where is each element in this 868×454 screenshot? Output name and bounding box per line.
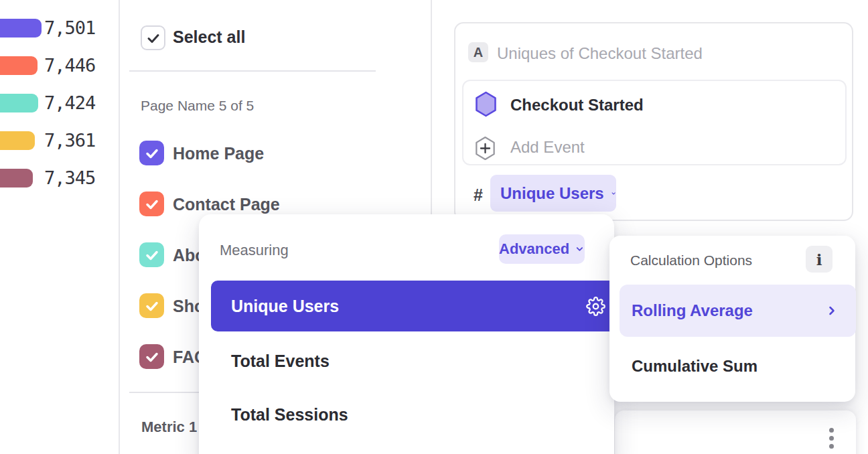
legend-value: 7,424 — [44, 94, 95, 112]
add-event-label[interactable]: Add Event — [510, 138, 585, 157]
legend-swatch-bar — [0, 169, 33, 187]
metric-type-symbol: # — [474, 185, 483, 205]
checkbox-home-page[interactable] — [139, 141, 164, 165]
event-name[interactable]: Checkout Started — [510, 96, 644, 115]
checkbox-faq-page[interactable] — [139, 344, 164, 369]
menu-option-label: Unique Users — [231, 297, 339, 316]
select-all-checkbox[interactable] — [141, 25, 165, 50]
group-by-label: Page Name 5 of 5 — [141, 98, 254, 114]
checkbox-shop-page[interactable] — [139, 293, 164, 318]
select-all-label[interactable]: Select all — [173, 27, 245, 47]
calc-option-label: Rolling Average — [632, 301, 753, 320]
chevron-down-icon — [611, 187, 616, 200]
checkbox-label[interactable]: Home Page — [173, 144, 264, 163]
checkbox-about-page[interactable] — [139, 242, 164, 267]
legend-value: 7,345 — [44, 169, 95, 187]
legend-value: 7,361 — [44, 131, 95, 150]
legend-value: 7,501 — [44, 19, 95, 37]
chevron-down-icon — [575, 243, 585, 255]
menu-option-total-events[interactable]: Total Events — [231, 352, 330, 371]
panel-divider-left — [119, 0, 120, 454]
analytics-app: 7,501 7,446 7,424 7,361 7,345 Select all… — [0, 0, 868, 454]
legend-swatch-bar — [0, 94, 38, 112]
event-hexagon-icon — [475, 91, 497, 117]
measuring-menu-title: Measuring — [220, 242, 289, 259]
advanced-dropdown[interactable]: Advanced — [499, 234, 585, 264]
checkbox-label[interactable]: Contact Page — [173, 195, 280, 214]
calculation-options-menu: Calculation Options i Rolling Average Cu… — [609, 236, 855, 402]
section-divider — [129, 70, 376, 72]
menu-option-total-sessions[interactable]: Total Sessions — [231, 405, 348, 425]
chevron-right-icon — [825, 304, 839, 317]
measurement-value: Unique Users — [500, 184, 604, 203]
check-icon — [144, 298, 160, 314]
legend-swatch-bar — [0, 19, 42, 37]
calc-option-rolling-average[interactable]: Rolling Average — [620, 285, 856, 337]
check-icon — [144, 247, 160, 263]
check-icon — [144, 196, 160, 212]
legend-value: 7,446 — [44, 56, 95, 75]
add-event-icon[interactable] — [475, 136, 496, 161]
calc-option-cumulative-sum[interactable]: Cumulative Sum — [632, 357, 757, 376]
legend-swatch-bar — [0, 131, 35, 150]
check-icon — [145, 30, 161, 46]
gear-icon[interactable] — [586, 297, 605, 316]
event-block: Checkout Started Add Event — [462, 80, 847, 165]
legend-swatch-bar — [0, 56, 38, 75]
advanced-label: Advanced — [499, 240, 569, 258]
metric-title-input[interactable]: Uniques of Checkout Started — [497, 44, 703, 63]
menu-option-unique-users[interactable]: Unique Users — [211, 281, 622, 331]
calculation-options-title: Calculation Options — [630, 252, 752, 269]
next-metric-card — [615, 410, 856, 454]
info-icon[interactable]: i — [806, 246, 833, 273]
checkbox-contact-page[interactable] — [139, 192, 164, 216]
metric-label: Metric 1 — [141, 419, 197, 436]
event-builder-card: A Uniques of Checkout Started Checkout S… — [454, 22, 853, 221]
check-icon — [144, 349, 160, 365]
measuring-menu: Measuring Advanced Unique Users Total Ev… — [199, 214, 614, 454]
check-icon — [144, 145, 160, 161]
series-badge: A — [468, 42, 488, 62]
more-options-icon[interactable] — [829, 428, 834, 449]
measurement-dropdown[interactable]: Unique Users — [490, 175, 616, 212]
